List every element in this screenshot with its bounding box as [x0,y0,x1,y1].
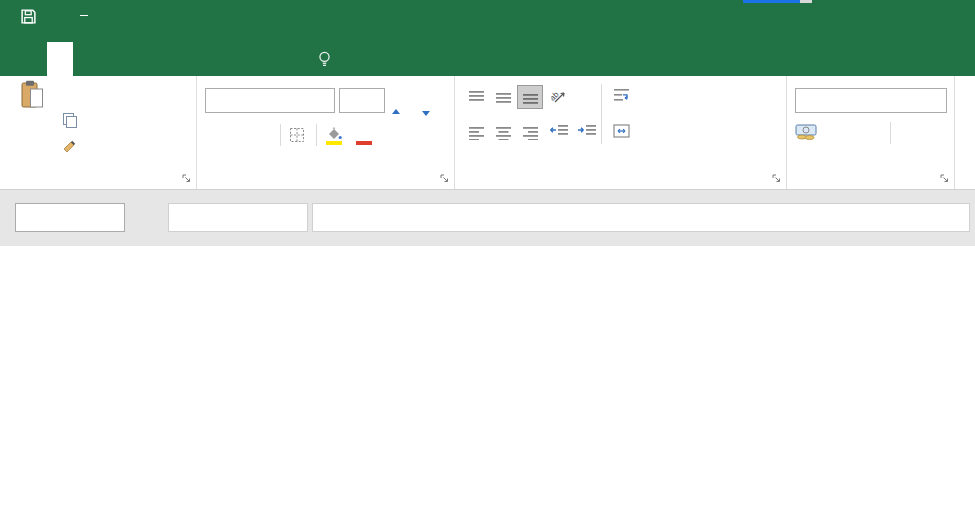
clipboard-small-buttons [60,81,89,159]
align-bottom-button[interactable] [517,85,543,109]
align-center-icon [495,126,512,140]
ribbon: ab [0,76,975,190]
fill-color-swatch [326,141,342,145]
tab-view[interactable] [257,42,283,76]
clipped-styles-group [955,76,975,189]
customize-qat-icon [80,15,88,16]
orientation-button[interactable]: ab [551,88,573,105]
align-bottom-icon [522,90,539,104]
paste-button[interactable] [8,80,56,160]
fill-color-button[interactable] [325,125,343,145]
accounting-format-button[interactable] [795,124,822,140]
orientation-icon: ab [551,88,568,105]
clipboard-paste-icon [19,80,45,110]
align-center-button[interactable] [490,121,516,145]
merge-center-button[interactable] [613,124,648,138]
copy-icon [63,113,76,127]
cut-button[interactable] [60,81,89,107]
font-format-row [203,121,376,148]
wrap-text-button[interactable] [613,88,635,103]
increase-indent-icon [577,124,597,138]
decrease-indent-button[interactable] [549,124,569,138]
tab-data[interactable] [187,42,213,76]
align-left-button[interactable] [463,121,489,145]
tell-me-box[interactable] [318,42,339,76]
number-dialog-launcher[interactable] [940,174,950,184]
tab-home[interactable] [47,42,73,76]
formula-buttons [168,203,308,232]
tab-file[interactable] [12,42,38,76]
align-right-button[interactable] [517,121,543,145]
align-top-icon [468,90,485,104]
spreadsheet [0,246,975,521]
font-color-swatch [356,141,372,145]
alignment-dialog-launcher[interactable] [772,174,782,184]
decrease-font-icon [422,111,430,116]
save-button[interactable] [20,8,37,25]
decrease-indent-icon [549,124,569,138]
customize-qat-button[interactable] [80,15,88,18]
title-bar [0,0,975,42]
name-box[interactable] [15,203,125,232]
align-left-icon [468,126,485,140]
lightbulb-icon [318,51,331,68]
tab-formulas[interactable] [152,42,178,76]
increase-indent-button[interactable] [577,124,597,138]
copy-button[interactable] [60,107,89,133]
top-edge-blue-strip [743,0,800,3]
save-icon [20,8,37,25]
number-format-select[interactable] [795,88,947,113]
formula-input[interactable] [312,203,970,232]
clipboard-dialog-launcher[interactable] [182,174,192,184]
wrap-text-icon [613,88,630,103]
tab-insert[interactable] [82,42,108,76]
excel-window: ab [0,0,975,521]
number-group [787,76,955,189]
ribbon-tab-bar [0,42,975,76]
align-middle-button[interactable] [490,85,516,109]
tab-page-layout[interactable] [117,42,143,76]
tab-review[interactable] [222,42,248,76]
merge-center-icon [613,124,630,138]
align-middle-icon [495,90,512,104]
increase-font-icon [392,109,400,114]
formula-bar-row [0,190,975,246]
align-right-icon [522,126,539,140]
quick-access-toolbar [20,8,88,25]
clipboard-group [0,76,197,189]
font-color-button[interactable] [355,125,373,145]
font-group [197,76,455,189]
format-painter-icon [63,139,77,153]
top-edge-gray-strip [800,0,812,3]
borders-icon[interactable] [289,127,305,143]
font-dialog-launcher[interactable] [440,174,450,184]
font-size-select[interactable] [339,88,385,113]
alignment-group: ab [455,76,787,189]
accounting-icon [795,124,817,140]
fill-color-icon [326,127,342,140]
format-painter-button[interactable] [60,133,89,159]
font-family-select[interactable] [205,88,335,113]
align-top-button[interactable] [463,85,489,109]
